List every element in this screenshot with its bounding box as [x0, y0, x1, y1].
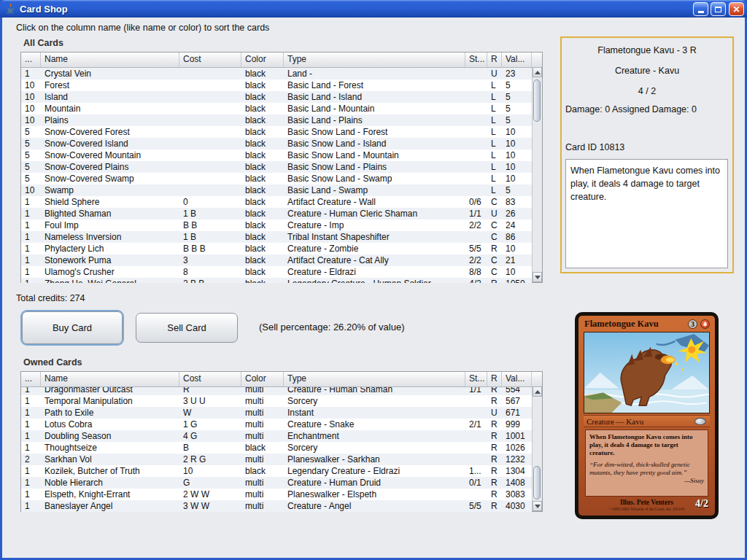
cell-qty: 5 — [21, 161, 41, 173]
table-row[interactable]: 10PlainsblackBasic Land - PlainsL5 — [21, 114, 532, 126]
column-header-value[interactable]: Val... — [502, 372, 532, 386]
table-row[interactable]: 1Doubling Season4 GmultiEnchantmentR1001 — [21, 430, 532, 442]
table-row[interactable]: 5Snow-Covered ForestblackBasic Snow Land… — [21, 126, 532, 138]
scroll-up-button[interactable] — [533, 386, 542, 397]
cell-qty: 1 — [21, 489, 41, 500]
cell-value: 23 — [502, 68, 532, 79]
table-row[interactable]: 1Stonework Puma3blackArtifact Creature -… — [21, 254, 532, 266]
cell-type: Creature - Human Druid — [284, 477, 465, 489]
cell-cost: B B — [179, 219, 241, 231]
cell-qty: 5 — [21, 149, 41, 161]
table-row[interactable]: 1Crystal VeinblackLand -U23 — [21, 68, 532, 79]
table-row[interactable]: 5Snow-Covered SwampblackBasic Snow Land … — [21, 173, 532, 184]
column-header-cost[interactable]: Cost — [179, 52, 241, 67]
table-row[interactable]: 1Foul ImpB BblackCreature - Imp2/2C24 — [21, 219, 532, 231]
cell-value: 24 — [502, 219, 532, 231]
scroll-down-button[interactable] — [533, 272, 542, 282]
column-header-name[interactable]: Name — [41, 52, 179, 67]
cell-value: 5 — [502, 79, 532, 91]
minimize-button[interactable] — [693, 2, 708, 16]
cell-value: 554 — [502, 387, 532, 395]
detail-rules-textbox[interactable]: When Flametongue Kavu comes into play, i… — [565, 159, 728, 268]
column-header-stats[interactable]: St... — [465, 372, 487, 386]
cell-stats — [465, 454, 487, 465]
column-header-qty[interactable]: ... — [21, 372, 41, 386]
cell-rarity: L — [487, 138, 502, 149]
all-cards-table: ...NameCostColorTypeSt...RVal... 1Crysta… — [20, 52, 543, 283]
scroll-up-button[interactable] — [533, 67, 542, 77]
cell-type: Artifact Creature - Cat Ally — [284, 254, 465, 266]
cell-qty: 1 — [21, 243, 41, 254]
cell-name: Elspeth, Knight-Errant — [41, 489, 179, 500]
cell-value: 1408 — [502, 477, 532, 489]
table-row[interactable]: 1Lotus Cobra1 GmultiCreature - Snake2/1R… — [21, 419, 532, 430]
cell-stats — [465, 442, 487, 454]
close-button[interactable]: ✕ — [729, 2, 744, 16]
cell-stats — [465, 114, 487, 126]
title-bar[interactable]: Card Shop ✕ — [0, 0, 747, 18]
column-header-type[interactable]: Type — [284, 372, 465, 386]
table-row[interactable]: 2Sarkhan Vol2 R GmultiPlaneswalker - Sar… — [21, 454, 532, 465]
column-header-qty[interactable]: ... — [21, 52, 41, 67]
cell-rarity: L — [487, 161, 502, 173]
table-row[interactable]: 10MountainblackBasic Land - MountainL5 — [21, 103, 532, 114]
detail-card-title: Flametongue Kavu - 3 R — [562, 45, 732, 55]
cell-color: black — [241, 161, 284, 173]
cell-value: 10 — [502, 243, 532, 254]
table-row[interactable]: 1Nameless Inversion1 BblackTribal Instan… — [21, 231, 532, 243]
scrollbar-thumb[interactable] — [533, 466, 541, 499]
owned-cards-scrollbar[interactable] — [532, 386, 542, 511]
cell-name: Nameless Inversion — [41, 231, 179, 243]
table-row[interactable]: 10SwampblackBasic Land - SwampL5 — [21, 184, 532, 196]
table-row[interactable]: 5Snow-Covered MountainblackBasic Snow La… — [21, 149, 532, 161]
cell-type: Creature - Angel — [284, 500, 465, 512]
table-row[interactable]: 1Blighted Shaman1 BblackCreature - Human… — [21, 208, 532, 219]
table-row[interactable]: 1Zhang He, Wei General2 B BblackLegendar… — [21, 278, 532, 283]
cell-value: 10 — [502, 126, 532, 138]
cell-stats: 5/5 — [465, 243, 487, 254]
table-row[interactable]: 10IslandblackBasic Land - IslandL5 — [21, 91, 532, 103]
column-header-cost[interactable]: Cost — [179, 372, 241, 386]
all-cards-scrollbar[interactable] — [532, 67, 542, 282]
table-row[interactable]: 1Dragonmaster OutcastRmultiCreature - Hu… — [21, 387, 532, 395]
table-row[interactable]: 1Phylactery LichB B BblackCreature - Zom… — [21, 243, 532, 254]
table-row[interactable]: 1Elspeth, Knight-Errant2 W WmultiPlanesw… — [21, 489, 532, 500]
cell-rarity: R — [487, 430, 502, 442]
cell-cost — [179, 68, 241, 79]
cell-color: black — [241, 126, 284, 138]
column-header-rarity[interactable]: R — [487, 52, 502, 67]
scroll-up-icon — [535, 71, 541, 74]
buy-card-button[interactable]: Buy Card — [22, 311, 123, 344]
cell-qty: 1 — [21, 430, 41, 442]
table-row[interactable]: 1Shield Sphere0blackArtifact Creature - … — [21, 196, 532, 208]
scroll-down-button[interactable] — [533, 501, 542, 511]
column-header-stats[interactable]: St... — [465, 52, 487, 67]
maximize-button[interactable] — [711, 2, 726, 16]
cell-stats — [465, 231, 487, 243]
table-row[interactable]: 1Ulamog's Crusher8blackCreature - Eldraz… — [21, 266, 532, 278]
column-header-color[interactable]: Color — [241, 52, 284, 67]
table-row[interactable]: 5Snow-Covered PlainsblackBasic Snow Land… — [21, 161, 532, 173]
scrollbar-thumb[interactable] — [533, 79, 541, 122]
column-header-type[interactable]: Type — [284, 52, 465, 67]
table-row[interactable]: 1Temporal Manipulation3 U UmultiSorceryR… — [21, 395, 532, 407]
table-row[interactable]: 1Path to ExileWmultiInstantU671 — [21, 407, 532, 419]
column-header-value[interactable]: Val... — [502, 52, 532, 67]
cell-stats — [465, 103, 487, 114]
column-header-rarity[interactable]: R — [487, 372, 502, 386]
column-header-name[interactable]: Name — [41, 372, 179, 386]
column-header-color[interactable]: Color — [241, 372, 284, 386]
sell-card-button[interactable]: Sell Card — [136, 313, 238, 343]
table-row[interactable]: 5Snow-Covered IslandblackBasic Snow Land… — [21, 138, 532, 149]
cell-qty: 10 — [21, 79, 41, 91]
cell-type: Basic Land - Mountain — [284, 103, 465, 114]
table-row[interactable]: 1Noble HierarchGmultiCreature - Human Dr… — [21, 477, 532, 489]
table-row[interactable]: 10ForestblackBasic Land - ForestL5 — [21, 79, 532, 91]
cell-cost: 1 G — [179, 419, 241, 430]
cell-cost: 10 — [179, 465, 241, 477]
table-row[interactable]: 1ThoughtseizeBblackSorceryR1026 — [21, 442, 532, 454]
table-row[interactable]: 1Baneslayer Angel3 W WmultiCreature - An… — [21, 500, 532, 512]
cell-type: Creature - Human Cleric Shaman — [284, 208, 465, 219]
table-row[interactable]: 1Kozilek, Butcher of Truth10blackLegenda… — [21, 465, 532, 477]
cell-qty: 1 — [21, 465, 41, 477]
